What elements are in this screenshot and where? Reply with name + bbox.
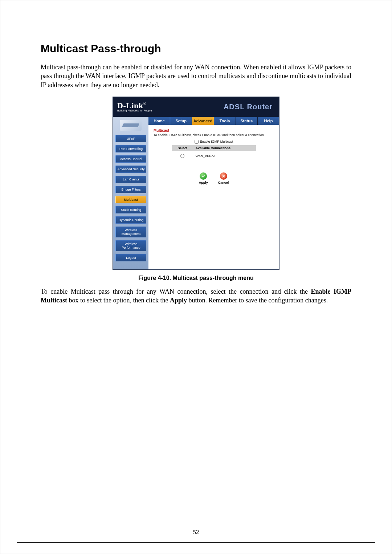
sidebar-item-multicast[interactable]: Multicast — [115, 196, 146, 203]
apply-button[interactable]: Apply — [199, 172, 208, 184]
tab-tools[interactable]: Tools — [214, 117, 236, 125]
figure-caption: Figure 4-10. Multicast pass-through menu — [138, 275, 253, 281]
col-connections: Available Connections — [193, 145, 256, 151]
sidebar-item-wireless-performance[interactable]: Wireless Performance — [115, 240, 146, 251]
top-tabs: HomeSetupAdvancedToolsStatusHelp — [148, 117, 279, 125]
page-number: 52 — [17, 529, 375, 536]
sidebar-item-port-forwarding[interactable]: Port Forwarding — [115, 145, 146, 152]
sidebar-item-advanced-security[interactable]: Advanced Security — [115, 166, 146, 173]
intro-paragraph: Multicast pass-through can be enabled or… — [41, 63, 351, 89]
sidebar-item-bridge-filters[interactable]: Bridge Filters — [115, 186, 146, 193]
panel-title: Multicast — [154, 129, 274, 133]
sidebar-item-lan-clients[interactable]: Lan Clients — [115, 176, 146, 183]
apply-label: Apply — [199, 181, 208, 184]
brand-tagline: Building Networks for People — [117, 110, 152, 112]
sidebar-item-static-routing[interactable]: Static Routing — [115, 206, 146, 213]
brand-name: D-Link — [117, 101, 143, 110]
col-select: Select — [172, 145, 193, 151]
connection-name: WAN_PPPoA — [193, 151, 256, 162]
router-screenshot: D-Link® Building Networks for People ADS… — [113, 97, 279, 270]
sidebar-item-upnp[interactable]: UPnP — [115, 135, 146, 142]
cancel-icon — [220, 172, 227, 180]
cancel-button[interactable]: Cancel — [218, 172, 229, 184]
enable-igmp-checkbox[interactable] — [195, 140, 199, 144]
sidebar-item-wireless-management[interactable]: Wireless Management — [115, 227, 146, 237]
tab-advanced[interactable]: Advanced — [192, 117, 214, 125]
connections-tbody: WAN_PPPoA — [172, 151, 256, 162]
tab-help[interactable]: Help — [258, 117, 279, 125]
router-header: D-Link® Building Networks for People ADS… — [113, 97, 279, 117]
figure-wrap: D-Link® Building Networks for People ADS… — [41, 97, 351, 281]
brand-logo: D-Link® Building Networks for People — [117, 102, 152, 112]
sidebar-item-dynamic-routing[interactable]: Dynamic Routing — [115, 216, 146, 224]
sidebar: UPnPPort ForwardingAccess ControlAdvance… — [113, 117, 148, 269]
tab-home[interactable]: Home — [148, 117, 170, 125]
table-row: WAN_PPPoA — [172, 151, 256, 162]
enable-igmp-label: Enable IGMP Multicast — [200, 140, 233, 143]
product-name: ADSL Router — [224, 103, 273, 111]
panel-hint: To enable IGMP Multicast, check Enable I… — [154, 133, 274, 137]
device-image — [120, 120, 142, 131]
tab-setup[interactable]: Setup — [170, 117, 192, 125]
cancel-label: Cancel — [218, 181, 229, 184]
instruction-paragraph: To enable Multicast pass through for any… — [41, 287, 351, 305]
connections-table: Select Available Connections WAN_PPPoA — [172, 145, 256, 162]
tab-status[interactable]: Status — [236, 117, 258, 125]
section-title: Multicast Pass-through — [41, 42, 351, 55]
sidebar-item-logout[interactable]: Logout — [115, 254, 146, 261]
connection-radio[interactable] — [180, 154, 184, 158]
sidebar-item-access-control[interactable]: Access Control — [115, 155, 146, 163]
apply-icon — [200, 172, 207, 180]
